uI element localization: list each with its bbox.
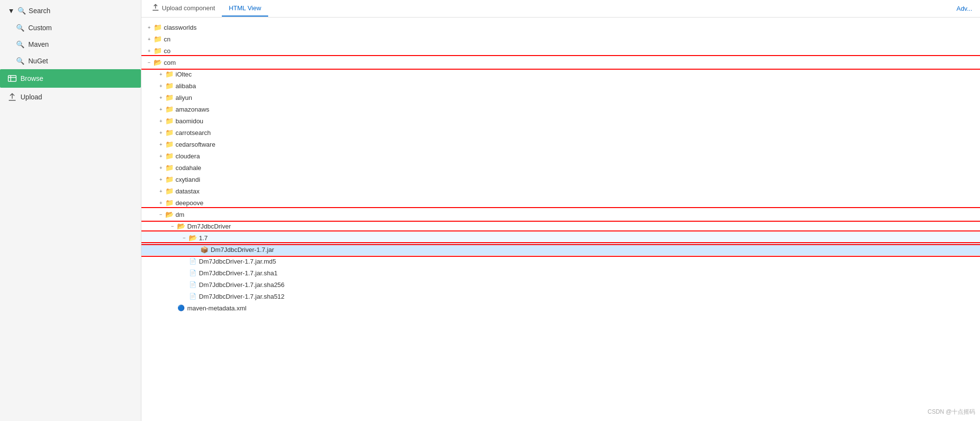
custom-label: Custom	[28, 24, 52, 32]
tree-node-dm7jar-sha1[interactable]: + 📄 Dm7JdbcDriver-1.7.jar.sha1	[141, 267, 980, 279]
tab-advance[interactable]: Adv...	[957, 5, 980, 12]
node-label-dm7jar: Dm7JdbcDriver-1.7.jar	[211, 246, 980, 253]
folder-icon-cxytiandi: 📁	[165, 175, 174, 184]
tree-node-cn[interactable]: + 📁 cn	[141, 33, 980, 45]
folder-icon-v17: 📂	[188, 233, 197, 242]
tree-node-com[interactable]: − 📂 com	[141, 57, 980, 68]
node-label-dm7jar-md5: Dm7JdbcDriver-1.7.jar.md5	[199, 258, 980, 265]
tree-node-classworlds[interactable]: + 📁 classworlds	[141, 21, 980, 33]
expand-datastax[interactable]: +	[157, 187, 165, 195]
file-icon-sha1: 📄	[188, 268, 197, 277]
node-label-baomidou: baomidou	[176, 117, 980, 125]
folder-icon-dm7jdbcdriver: 📂	[176, 222, 185, 230]
folder-icon-alibaba: 📁	[165, 81, 174, 90]
node-label-com: com	[164, 59, 980, 66]
jar-icon: 📦	[200, 245, 209, 254]
svg-rect-0	[8, 76, 16, 81]
file-icon-md5: 📄	[188, 257, 197, 266]
tree-node-dm7jar-sha256[interactable]: + 📄 Dm7JdbcDriver-1.7.jar.sha256	[141, 279, 980, 290]
folder-icon-aliyun: 📁	[165, 93, 174, 102]
expand-cedarsoftware[interactable]: +	[157, 140, 165, 148]
folder-icon-com: 📂	[153, 58, 162, 67]
folder-icon-amazonaws: 📁	[165, 105, 174, 114]
expand-amazonaws[interactable]: +	[157, 105, 165, 113]
folder-icon-codahale: 📁	[165, 163, 174, 172]
advance-label: Adv...	[957, 5, 972, 12]
expand-v17[interactable]: −	[180, 234, 188, 242]
node-label-alibaba: alibaba	[176, 82, 980, 90]
node-label-maven-metadata: maven-metadata.xml	[187, 305, 980, 312]
sidebar-item-browse[interactable]: Browse	[0, 69, 141, 88]
node-label-dm7jdbcdriver: Dm7JdbcDriver	[187, 223, 980, 230]
node-label-carrotsearch: carrotsearch	[176, 129, 980, 136]
node-label-v17: 1.7	[199, 234, 980, 242]
watermark: CSDN @十点摇码	[927, 408, 975, 416]
sidebar: ▼ 🔍 Search 🔍 Custom 🔍 Maven 🔍 NuGet	[0, 0, 141, 421]
sidebar-item-upload[interactable]: Upload	[0, 88, 141, 106]
expand-deepoove[interactable]: +	[157, 199, 165, 207]
search-icon-custom: 🔍	[16, 23, 24, 32]
sidebar-item-nuget[interactable]: 🔍 NuGet	[8, 53, 141, 69]
node-label-co: co	[164, 47, 980, 55]
tree-node-co[interactable]: + 📁 co	[141, 45, 980, 57]
sidebar-item-search[interactable]: ▼ 🔍 Search	[0, 2, 141, 19]
expand-dm7jdbcdriver[interactable]: −	[169, 222, 176, 230]
expand-carrotsearch[interactable]: +	[157, 129, 165, 136]
tree-node-dm7jar-md5[interactable]: + 📄 Dm7JdbcDriver-1.7.jar.md5	[141, 255, 980, 267]
search-group: ▼ 🔍 Search 🔍 Custom 🔍 Maven 🔍 NuGet	[0, 2, 141, 69]
node-label-codahale: codahale	[176, 164, 980, 172]
node-label-dm7jar-sha512: Dm7JdbcDriver-1.7.jar.sha512	[199, 293, 980, 300]
node-label-cedarsoftware: cedarsoftware	[176, 141, 980, 148]
expand-cxytiandi[interactable]: +	[157, 175, 165, 183]
tree-node-dm7jar-sha512[interactable]: + 📄 Dm7JdbcDriver-1.7.jar.sha512	[141, 290, 980, 302]
sidebar-item-maven[interactable]: 🔍 Maven	[8, 36, 141, 53]
tree-node-baomidou[interactable]: + 📁 baomidou	[141, 115, 980, 127]
node-label-cloudera: cloudera	[176, 153, 980, 160]
expand-cloudera[interactable]: +	[157, 152, 165, 160]
node-label-datastax: datastax	[176, 188, 980, 195]
tree-node-alibaba[interactable]: + 📁 alibaba	[141, 80, 980, 92]
node-label-amazonaws: amazonaws	[176, 106, 980, 113]
node-label-aliyun: aliyun	[176, 94, 980, 101]
tree-node-amazonaws[interactable]: + 📁 amazonaws	[141, 103, 980, 115]
expand-classworlds[interactable]: +	[145, 23, 153, 31]
expand-dm[interactable]: −	[157, 210, 165, 218]
tree-node-maven-metadata[interactable]: + 🔵 maven-metadata.xml	[141, 302, 980, 314]
tree-node-ioltec[interactable]: + 📁 iOltec	[141, 68, 980, 80]
expand-ioltec[interactable]: +	[157, 70, 165, 78]
expand-com[interactable]: −	[145, 58, 153, 66]
tree-node-dm7jar[interactable]: + 📦 Dm7JdbcDriver-1.7.jar	[141, 244, 980, 255]
tree-node-cloudera[interactable]: + 📁 cloudera	[141, 150, 980, 162]
expand-aliyun[interactable]: +	[157, 94, 165, 101]
expand-cn[interactable]: +	[145, 35, 153, 43]
tab-upload-component[interactable]: Upload component	[145, 0, 222, 17]
folder-icon-datastax: 📁	[165, 187, 174, 195]
tree-node-deepoove[interactable]: + 📁 deepoove	[141, 197, 980, 209]
tree-container[interactable]: + 📁 classworlds + 📁 cn + 📁 co − 📂 com + …	[141, 18, 980, 421]
folder-icon-carrotsearch: 📁	[165, 128, 174, 137]
expand-alibaba[interactable]: +	[157, 82, 165, 90]
node-label-classworlds: classworlds	[164, 24, 980, 31]
tree-node-codahale[interactable]: + 📁 codahale	[141, 162, 980, 173]
tree-node-dm[interactable]: − 📂 dm	[141, 209, 980, 220]
node-label-dm7jar-sha256: Dm7JdbcDriver-1.7.jar.sha256	[199, 281, 980, 288]
tree-node-cxytiandi[interactable]: + 📁 cxytiandi	[141, 173, 980, 185]
node-label-cn: cn	[164, 36, 980, 43]
tree-node-aliyun[interactable]: + 📁 aliyun	[141, 92, 980, 103]
upload-icon	[8, 93, 17, 101]
upload-component-icon	[152, 4, 159, 12]
sidebar-item-custom[interactable]: 🔍 Custom	[8, 19, 141, 36]
folder-icon-ioltec: 📁	[165, 70, 174, 78]
expand-co[interactable]: +	[145, 47, 153, 55]
xml-icon-maven: 🔵	[176, 304, 185, 312]
expand-codahale[interactable]: +	[157, 164, 165, 172]
tree-node-carrotsearch[interactable]: + 📁 carrotsearch	[141, 127, 980, 138]
tree-node-dm7jdbcdriver[interactable]: − 📂 Dm7JdbcDriver	[141, 220, 980, 232]
tree-node-v17[interactable]: − 📂 1.7	[141, 232, 980, 244]
tab-html-view[interactable]: HTML View	[222, 0, 268, 17]
tree-node-datastax[interactable]: + 📁 datastax	[141, 185, 980, 197]
folder-icon-cn: 📁	[153, 35, 162, 43]
expand-baomidou[interactable]: +	[157, 117, 165, 125]
tree-node-cedarsoftware[interactable]: + 📁 cedarsoftware	[141, 138, 980, 150]
folder-icon-cedarsoftware: 📁	[165, 140, 174, 149]
